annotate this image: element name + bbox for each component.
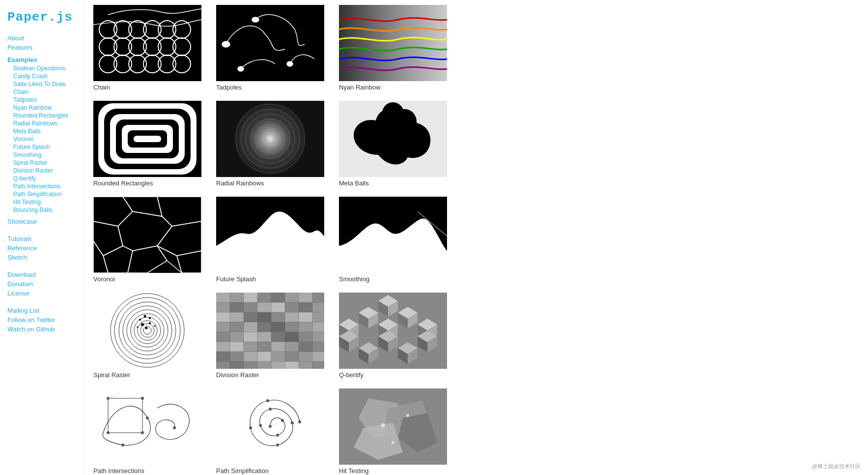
example-rounded-rectangles[interactable]: Rounded Rectangles xyxy=(93,101,201,187)
example-meta-balls-label: Meta Balls xyxy=(339,179,447,187)
svg-rect-89 xyxy=(216,302,230,312)
sidebar-item-tutorials[interactable]: Tutorials xyxy=(7,234,76,243)
sidebar-item-satie[interactable]: Satie Liked To Draw xyxy=(7,80,76,88)
svg-rect-19 xyxy=(216,5,324,81)
example-tadpoles[interactable]: Tadpoles xyxy=(216,5,324,91)
example-meta-balls[interactable]: Meta Balls xyxy=(339,101,447,187)
svg-rect-101 xyxy=(271,312,285,322)
svg-rect-128 xyxy=(312,342,324,352)
thumb-nyan xyxy=(339,5,447,81)
sidebar-item-q-bertify[interactable]: Q-bertify xyxy=(7,175,76,182)
sidebar-item-license[interactable]: License xyxy=(7,289,76,298)
sidebar-item-path-intersections[interactable]: Path Intersections xyxy=(7,182,76,190)
svg-rect-112 xyxy=(312,322,324,332)
sidebar-item-showcase[interactable]: Showcase xyxy=(7,217,76,226)
sidebar-section-examples: Examples xyxy=(7,55,76,64)
svg-point-21 xyxy=(252,17,259,22)
sidebar: Paper.js About Features Examples Boolean… xyxy=(0,0,84,475)
example-nyan-rainbow[interactable]: Nyan Rainbow xyxy=(339,5,447,91)
svg-point-77 xyxy=(137,327,139,328)
sidebar-item-nyan-rainbow[interactable]: Nyan Rainbow xyxy=(7,104,76,112)
thumb-path-simplification xyxy=(216,388,324,465)
sidebar-item-hit-testing[interactable]: Hit Testing xyxy=(7,198,76,206)
svg-rect-84 xyxy=(257,293,271,302)
example-future-splash[interactable]: Future Splash xyxy=(216,197,324,283)
sidebar-item-features[interactable]: Features xyxy=(7,43,76,52)
sidebar-item-about[interactable]: About xyxy=(7,33,76,43)
example-smoothing[interactable]: Smoothing xyxy=(339,197,447,283)
example-division-raster[interactable]: Division Raster xyxy=(216,293,324,379)
sidebar-item-reference[interactable]: Reference xyxy=(7,243,76,253)
thumb-rounded-rect xyxy=(93,101,201,177)
svg-point-75 xyxy=(141,323,144,326)
sidebar-item-radial-rainbows[interactable]: Radial Rainbows xyxy=(7,119,76,127)
svg-point-210 xyxy=(291,421,294,424)
svg-rect-85 xyxy=(271,293,285,302)
svg-rect-99 xyxy=(244,312,257,322)
svg-rect-120 xyxy=(312,332,324,342)
example-voronoi-label: Voronoi xyxy=(93,275,201,283)
thumb-chain xyxy=(93,5,201,81)
svg-rect-95 xyxy=(299,302,312,312)
sidebar-item-spiral-raster[interactable]: Spiral Raster xyxy=(7,159,76,167)
sidebar-item-follow-twitter[interactable]: Follow on Twitter xyxy=(7,315,76,325)
sidebar-item-download[interactable]: Download xyxy=(7,270,76,279)
example-path-intersections[interactable]: Path Intersections xyxy=(93,388,201,475)
svg-rect-46 xyxy=(93,197,201,273)
svg-point-201 xyxy=(173,426,176,429)
svg-rect-0 xyxy=(93,5,201,81)
sidebar-item-chain[interactable]: Chain xyxy=(7,88,76,96)
sidebar-item-voronoi[interactable]: Voronoi xyxy=(7,135,76,143)
svg-point-45 xyxy=(382,102,404,124)
svg-rect-91 xyxy=(244,302,257,312)
svg-rect-139 xyxy=(244,361,257,369)
svg-rect-82 xyxy=(230,293,244,302)
sidebar-item-mailing-list[interactable]: Mailing List xyxy=(7,306,76,315)
svg-point-73 xyxy=(144,315,146,318)
sidebar-item-smoothing[interactable]: Smoothing xyxy=(7,151,76,159)
svg-rect-90 xyxy=(230,302,244,312)
svg-rect-138 xyxy=(230,361,244,369)
example-voronoi[interactable]: Voronoi xyxy=(93,197,201,283)
svg-rect-125 xyxy=(271,342,285,352)
sidebar-item-sketch[interactable]: Sketch xyxy=(7,253,76,262)
svg-rect-140 xyxy=(257,361,271,369)
sidebar-item-meta-balls[interactable]: Meta Balls xyxy=(7,127,76,135)
svg-rect-111 xyxy=(299,322,312,332)
svg-point-78 xyxy=(154,326,156,327)
svg-point-213 xyxy=(266,399,269,402)
sidebar-item-path-simplification[interactable]: Path Simplification xyxy=(7,190,76,198)
svg-point-72 xyxy=(139,319,141,321)
sidebar-item-boolean-operations[interactable]: Boolean Operations xyxy=(7,64,76,72)
sidebar-item-donation[interactable]: Donation xyxy=(7,279,76,289)
example-path-simplification[interactable]: Path Simplification xyxy=(216,388,324,475)
svg-rect-132 xyxy=(257,352,271,361)
svg-rect-107 xyxy=(244,322,257,332)
sidebar-item-bouncing-balls[interactable]: Bouncing Balls xyxy=(7,206,76,214)
example-radial-rainbows-label: Radial Rainbows xyxy=(216,179,324,187)
sidebar-item-rounded-rectangles[interactable]: Rounded Rectangles xyxy=(7,112,76,119)
svg-rect-98 xyxy=(230,312,244,322)
site-logo[interactable]: Paper.js xyxy=(7,10,76,25)
svg-rect-97 xyxy=(216,312,230,322)
svg-point-212 xyxy=(249,426,252,429)
svg-rect-121 xyxy=(216,342,230,352)
example-chain-label: Chain xyxy=(93,84,201,91)
svg-rect-127 xyxy=(299,342,312,352)
example-spiral-raster[interactable]: Spiral Raster xyxy=(93,293,201,379)
watermark: @稀土掘金技术社区 xyxy=(812,463,861,470)
example-radial-rainbows[interactable]: Radial Rainbows xyxy=(216,101,324,187)
sidebar-item-tadpoles[interactable]: Tadpoles xyxy=(7,96,76,104)
example-q-bertify[interactable]: Q-bertify xyxy=(339,293,447,379)
example-division-raster-label: Division Raster xyxy=(216,371,324,379)
example-chain[interactable]: Chain xyxy=(93,5,201,91)
sidebar-item-candy-crash[interactable]: Candy Crash xyxy=(7,72,76,80)
sidebar-item-division-raster[interactable]: Division Raster xyxy=(7,167,76,175)
svg-rect-110 xyxy=(285,322,299,332)
example-hit-testing[interactable]: Hit Testing xyxy=(339,388,447,475)
sidebar-item-future-splash[interactable]: Future Splash xyxy=(7,143,76,151)
thumb-hit-testing xyxy=(339,388,447,465)
thumb-division-raster xyxy=(216,293,324,369)
thumb-path-intersections xyxy=(93,388,201,465)
sidebar-item-watch-github[interactable]: Watch on Github xyxy=(7,325,76,334)
